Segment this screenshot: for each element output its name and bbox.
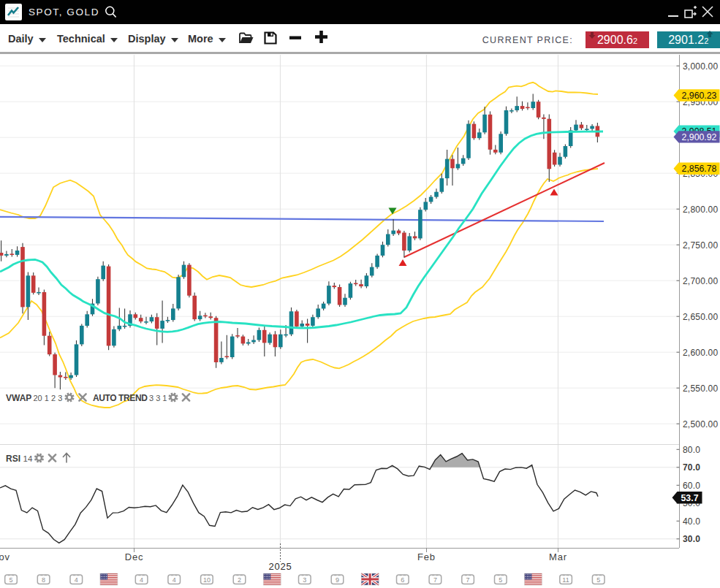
svg-text:30.0: 30.0 [683, 534, 700, 544]
svg-text:7: 7 [433, 576, 437, 584]
svg-text:60.0: 60.0 [683, 481, 700, 491]
svg-text:Mar: Mar [549, 551, 567, 562]
svg-text:3 3 1: 3 3 1 [149, 394, 167, 402]
svg-text:5: 5 [499, 576, 502, 584]
svg-text:70.0: 70.0 [683, 462, 700, 473]
svg-text:20 1 2 3: 20 1 2 3 [34, 394, 63, 402]
svg-text:Nov: Nov [0, 551, 10, 562]
svg-text:2,800.00: 2,800.00 [683, 205, 718, 215]
svg-text:VWAP: VWAP [6, 393, 31, 403]
svg-text:9: 9 [336, 576, 339, 584]
svg-text:4: 4 [140, 576, 143, 584]
svg-text:5: 5 [596, 576, 600, 584]
svg-text:53.7: 53.7 [681, 493, 699, 503]
svg-text:40.0: 40.0 [683, 516, 700, 527]
svg-text:10: 10 [203, 576, 211, 584]
svg-text:2025: 2025 [268, 561, 292, 572]
svg-text:2,856.78: 2,856.78 [682, 164, 717, 174]
svg-text:Feb: Feb [417, 551, 436, 562]
svg-text:2,750.00: 2,750.00 [683, 240, 718, 251]
svg-text:7: 7 [466, 576, 470, 584]
svg-text:AUTO TREND: AUTO TREND [93, 393, 148, 403]
svg-text:2,600.00: 2,600.00 [683, 348, 718, 358]
svg-text:2: 2 [238, 576, 241, 584]
svg-text:3,000.00: 3,000.00 [683, 61, 718, 72]
svg-text:2,550.00: 2,550.00 [683, 383, 718, 394]
svg-text:8: 8 [42, 576, 45, 584]
svg-text:80.0: 80.0 [683, 445, 700, 455]
svg-text:2,650.00: 2,650.00 [683, 312, 718, 322]
svg-text:5: 5 [9, 576, 12, 584]
svg-text:RSI: RSI [6, 454, 20, 464]
svg-text:2,700.00: 2,700.00 [683, 276, 718, 286]
svg-text:11: 11 [562, 576, 569, 584]
svg-text:2,960.23: 2,960.23 [682, 91, 717, 101]
svg-text:3: 3 [303, 576, 306, 584]
svg-text:14: 14 [23, 454, 33, 463]
svg-text:6: 6 [401, 576, 404, 584]
svg-text:4: 4 [173, 576, 176, 584]
svg-text:Dec: Dec [125, 551, 144, 562]
svg-text:2,500.00: 2,500.00 [683, 419, 718, 429]
svg-text:4: 4 [75, 576, 78, 584]
svg-text:2,900.92: 2,900.92 [682, 132, 717, 142]
